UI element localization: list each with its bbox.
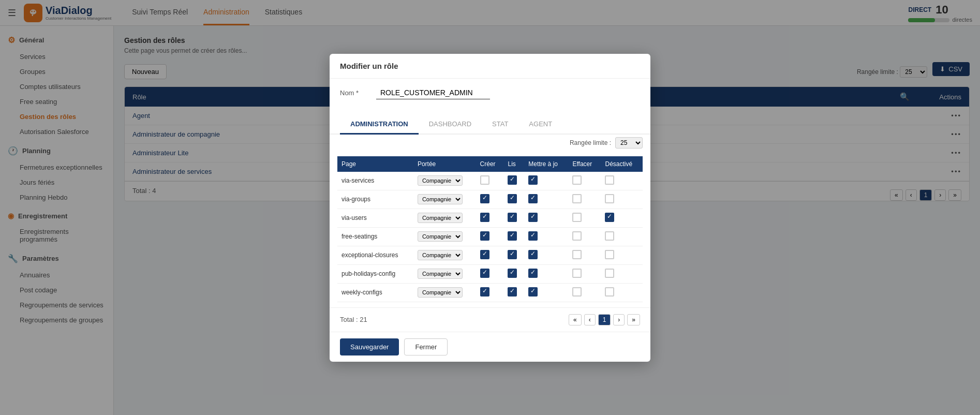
checkbox-lis[interactable] (508, 175, 517, 185)
modal-rangee-label: Rangée limite : (570, 139, 611, 146)
modal-pag-current[interactable]: 1 (598, 314, 611, 325)
checkbox-desactive[interactable] (605, 269, 614, 278)
checkbox-lis[interactable] (508, 231, 517, 241)
checkbox-creer[interactable] (480, 213, 489, 222)
effacer-pub-holidays (568, 264, 601, 283)
effacer-weekly-configs (568, 283, 601, 302)
form-row-nom: Nom * (340, 86, 640, 99)
maj-via-services (524, 172, 568, 190)
portee-select[interactable]: Compagnie (418, 194, 463, 204)
lis-exceptional-closures (503, 246, 524, 264)
modal-form: Nom * (330, 79, 650, 115)
checkbox-maj[interactable] (528, 231, 538, 241)
modal-header: Modifier un rôle (330, 54, 650, 79)
nom-input[interactable] (376, 86, 490, 99)
modal-pag-first[interactable]: « (569, 314, 582, 325)
modal-overlay: Modifier un rôle Nom * ADMINISTRATION DA… (0, 0, 980, 415)
maj-via-groups (524, 190, 568, 209)
checkbox-lis[interactable] (508, 213, 517, 222)
th-lis: Lis (503, 156, 524, 172)
modal-pag-last[interactable]: » (627, 314, 640, 325)
checkbox-desactive[interactable] (605, 213, 614, 222)
checkbox-creer[interactable] (480, 175, 489, 185)
creer-via-users (476, 209, 504, 227)
checkbox-desactive[interactable] (605, 250, 614, 259)
portee-select[interactable]: Compagnie (418, 269, 463, 279)
creer-exceptional-closures (476, 246, 504, 264)
th-creer: Créer (476, 156, 504, 172)
page-via-groups: via-groups (337, 190, 413, 209)
effacer-free-seatings (568, 227, 601, 246)
checkbox-effacer[interactable] (572, 231, 582, 241)
checkbox-lis[interactable] (508, 287, 517, 297)
tab-agent[interactable]: AGENT (518, 115, 562, 135)
modal-table-header: Page Portée Créer Lis Mettre à jo Efface… (337, 156, 643, 172)
checkbox-creer[interactable] (480, 194, 489, 203)
modal-footer: Total : 21 « ‹ 1 › » (330, 307, 650, 332)
checkbox-desactive[interactable] (605, 231, 614, 241)
checkbox-lis[interactable] (508, 250, 517, 259)
desactive-exceptional-closures (601, 246, 643, 264)
checkbox-effacer[interactable] (572, 250, 582, 259)
tab-dashboard[interactable]: DASHBOARD (419, 115, 482, 135)
creer-weekly-configs (476, 283, 504, 302)
checkbox-maj[interactable] (528, 194, 538, 203)
portee-select[interactable]: Compagnie (418, 175, 463, 186)
creer-free-seatings (476, 227, 504, 246)
portee-select[interactable]: Compagnie (418, 213, 463, 223)
page-free-seatings: free-seatings (337, 227, 413, 246)
th-maj: Mettre à jo (524, 156, 568, 172)
checkbox-lis[interactable] (508, 194, 517, 203)
checkbox-effacer[interactable] (572, 175, 582, 185)
checkbox-desactive[interactable] (605, 175, 614, 185)
fermer-button[interactable]: Fermer (404, 338, 448, 355)
maj-exceptional-closures (524, 246, 568, 264)
checkbox-effacer[interactable] (572, 287, 582, 297)
tab-stat[interactable]: STAT (482, 115, 518, 135)
modal-pag-prev[interactable]: ‹ (584, 314, 596, 325)
lis-weekly-configs (503, 283, 524, 302)
portee-weekly-configs: Compagnie (413, 283, 476, 302)
checkbox-maj[interactable] (528, 287, 538, 297)
desactive-via-users (601, 209, 643, 227)
maj-via-users (524, 209, 568, 227)
lis-free-seatings (503, 227, 524, 246)
portee-select[interactable]: Compagnie (418, 287, 463, 298)
checkbox-desactive[interactable] (605, 287, 614, 297)
modal-title: Modifier un rôle (340, 62, 398, 70)
table-row: via-users Compagnie (337, 209, 643, 227)
portee-pub-holidays: Compagnie (413, 264, 476, 283)
checkbox-effacer[interactable] (572, 194, 582, 203)
portee-select[interactable]: Compagnie (418, 250, 463, 260)
checkbox-maj[interactable] (528, 250, 538, 259)
checkbox-maj[interactable] (528, 213, 538, 222)
effacer-exceptional-closures (568, 246, 601, 264)
portee-select[interactable]: Compagnie (418, 231, 463, 242)
checkbox-maj[interactable] (528, 269, 538, 278)
checkbox-desactive[interactable] (605, 194, 614, 203)
checkbox-lis[interactable] (508, 269, 517, 278)
portee-via-services: Compagnie (413, 172, 476, 190)
modal-pag-next[interactable]: › (613, 314, 625, 325)
creer-pub-holidays (476, 264, 504, 283)
modal-table-top: Rangée limite : 2550100 (330, 135, 650, 151)
th-page: Page (337, 156, 413, 172)
tab-administration[interactable]: ADMINISTRATION (340, 115, 419, 135)
checkbox-creer[interactable] (480, 287, 489, 297)
checkbox-maj[interactable] (528, 175, 538, 185)
modal-rangee-select[interactable]: 2550100 (615, 137, 643, 149)
table-row: weekly-configs Compagnie (337, 283, 643, 302)
checkbox-creer[interactable] (480, 231, 489, 241)
checkbox-creer[interactable] (480, 269, 489, 278)
lis-via-groups (503, 190, 524, 209)
checkbox-creer[interactable] (480, 250, 489, 259)
th-portee: Portée (413, 156, 476, 172)
checkbox-effacer[interactable] (572, 213, 582, 222)
modal-pagination: « ‹ 1 › » (569, 314, 640, 325)
nom-label: Nom * (340, 89, 371, 97)
sauvegarder-button[interactable]: Sauvegarder (340, 338, 399, 355)
checkbox-effacer[interactable] (572, 269, 582, 278)
page-via-users: via-users (337, 209, 413, 227)
maj-free-seatings (524, 227, 568, 246)
table-row: free-seatings Compagnie (337, 227, 643, 246)
